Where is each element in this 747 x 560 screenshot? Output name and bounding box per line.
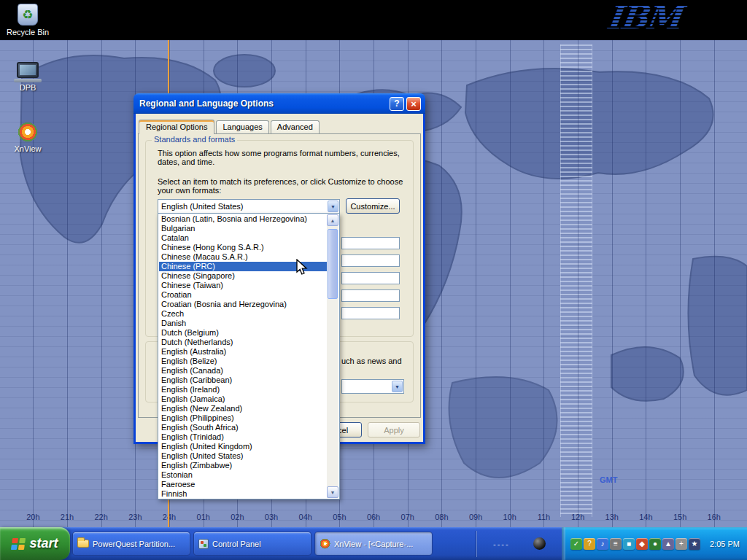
language-list-item[interactable]: Chinese (Hong Kong S.A.R.) [159,243,327,252]
tray-icon[interactable]: ■ [623,538,635,550]
timezone-column: 13h [595,40,629,527]
language-list: Bosnian (Latin, Bosnia and Herzegovina)B… [159,214,327,498]
list-scrollbar[interactable]: ▲ ▼ [327,214,338,498]
standards-description-line2: dates, and time. [158,158,214,166]
tray-icon[interactable]: ● [649,538,661,550]
language-list-item[interactable]: Faeroese [159,480,327,489]
tray-icon[interactable]: ? [584,538,595,550]
language-list-item[interactable]: Danish [159,319,327,328]
dialog-titlebar[interactable]: Regional and Language Options ? × [133,93,425,114]
language-list-item[interactable]: English (Zimbabwe) [159,461,327,470]
language-list-item[interactable]: Czech [159,309,327,319]
language-list-item[interactable]: Croatian [159,290,327,300]
language-list-item[interactable]: English (Trinidad) [159,432,327,442]
tab-advanced[interactable]: Advanced [271,120,320,133]
scrollbar-thumb[interactable] [328,229,338,299]
language-list-item[interactable]: Bosnian (Latin, Bosnia and Herzegovina) [159,214,327,224]
start-button[interactable]: start [0,527,70,560]
gmt-label: GMT [600,475,617,484]
taskbar-task-powerquest[interactable]: PowerQuest Partition... [72,532,190,556]
taskbar-task-xnview[interactable]: XnView - [<Capture-... [314,532,433,556]
tab-languages[interactable]: Languages [216,120,268,133]
language-list-item[interactable]: Bulgarian [159,224,327,233]
format-language-combobox[interactable]: English (United States) ▼ [158,199,340,214]
timezone-column: 14h [629,40,663,527]
deskband-label[interactable]: ---- [486,538,517,550]
timezone-hour-label: 23h [118,513,152,521]
taskbar-task-control-panel[interactable]: Control Panel [193,532,311,556]
language-list-item[interactable]: English (Philippines) [159,413,327,423]
language-list-item[interactable]: English (United States) [159,451,327,461]
desktop-icon-label: XnView [0,144,55,153]
apply-button: Apply [368,422,420,438]
timezone-hour-label: 06h [357,513,391,521]
language-list-item[interactable]: Dutch (Belgium) [159,328,327,338]
tray-icon[interactable]: ▲ [662,538,674,550]
timezone-column: 21h [50,40,85,527]
timezone-line [612,40,613,527]
tab-regional-options[interactable]: Regional Options [139,120,214,134]
task-label: Control Panel [212,540,261,548]
close-button[interactable]: × [406,97,421,111]
language-list-item[interactable]: Dutch (Netherlands) [159,338,327,347]
language-list-item[interactable]: English (Belize) [159,357,327,366]
standards-instruction-line1: Select an item to match its preferences,… [158,177,403,186]
language-list-item[interactable]: English (Jamaica) [159,394,327,404]
language-list-item[interactable]: English (Canada) [159,366,327,376]
tray-icon[interactable]: ✓ [570,538,582,550]
unknown-app-icon[interactable] [533,537,546,550]
timezone-hour-label: 10h [492,513,527,521]
timezone-hour-label: 07h [390,513,425,521]
timezone-line [578,40,578,527]
scroll-down-icon[interactable]: ▼ [327,486,338,498]
xnview-icon [18,122,38,142]
help-button[interactable]: ? [390,97,404,111]
timezone-hour-label: 04h [288,513,322,521]
timezone-hour-label: 24h [152,513,187,521]
control-panel-icon [198,539,209,549]
location-combobox[interactable]: ▼ [341,379,404,394]
language-list-item[interactable]: Croatian (Bosnia and Herzegovina) [159,300,327,309]
ibm-logo-stripes [604,0,697,38]
recycle-glyph-symbol: ♻ [22,7,33,23]
folder-icon [77,540,89,548]
desktop: 20h 21h 22h 23h 24h 01h 02h 03h [0,0,747,560]
timezone-column: 15h [663,40,697,527]
taskbar-clock[interactable]: 2:05 PM [710,527,740,560]
sample-field [341,289,400,302]
chevron-down-icon[interactable]: ▼ [392,381,403,392]
tray-icon-area: ✓?♪≡■◆●▲+★ [570,538,700,550]
language-list-item[interactable]: Finnish [159,489,327,498]
scroll-up-icon[interactable]: ▲ [327,214,338,226]
group-label: Standards and formats [152,135,237,144]
desktop-icon-recycle-bin[interactable]: ♻ Recycle Bin [0,4,55,36]
timezone-hour-label: 09h [459,513,493,521]
timezone-hour-label: 21h [50,513,85,521]
language-list-item[interactable]: Estonian [159,470,327,480]
chevron-down-icon[interactable]: ▼ [328,201,338,212]
language-list-item[interactable]: Chinese (Taiwan) [159,281,327,290]
language-list-item[interactable]: Catalan [159,233,327,243]
standards-description-line1: This option affects how some programs fo… [158,149,400,158]
desktop-icon-xnview[interactable]: XnView [0,122,55,153]
tray-icon[interactable]: ◆ [636,538,648,550]
tray-icon[interactable]: ≡ [610,538,622,550]
language-list-item[interactable]: English (Caribbean) [159,376,327,385]
language-list-item[interactable]: English (United Kingdom) [159,442,327,451]
language-list-item[interactable]: English (Australia) [159,347,327,357]
taskbar-deskband: ---- [476,527,546,560]
tray-icon[interactable]: ♪ [597,538,608,550]
task-label: PowerQuest Partition... [93,540,175,548]
timezone-hour-label: 13h [595,513,629,521]
language-list-item[interactable]: English (South Africa) [159,423,327,432]
desktop-icon-dpb[interactable]: DPB [0,62,55,92]
tray-icon[interactable]: ★ [689,538,700,550]
recycle-bin-icon: ♻ [18,4,38,26]
language-list-item[interactable]: English (New Zealand) [159,404,327,413]
tray-icon[interactable]: + [676,538,687,550]
timezone-line [476,40,476,527]
timezone-column: 12h [561,40,595,527]
language-list-item[interactable]: English (Ireland) [159,385,327,394]
customize-button[interactable]: Customize... [346,198,400,214]
system-tray: ✓?♪≡■◆●▲+★ 2:05 PM [562,527,747,560]
